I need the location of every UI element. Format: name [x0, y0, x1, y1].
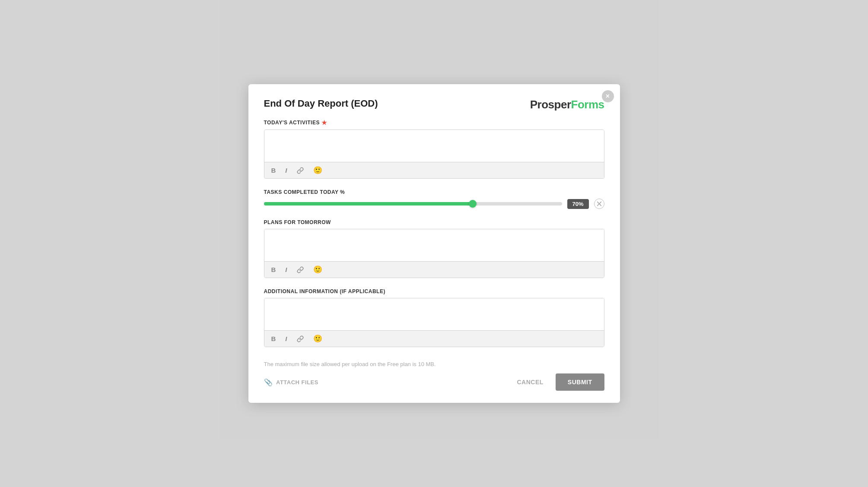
additional-emoji-button[interactable]: 🙂 — [312, 334, 324, 343]
plans-editor: B I 🙂 — [264, 229, 604, 278]
plans-toolbar: B I 🙂 — [264, 261, 604, 278]
plans-textarea[interactable] — [264, 229, 604, 259]
activities-section: TODAY'S ACTIVITIES ★ B I 🙂 — [264, 119, 604, 179]
brand-forms: Forms — [571, 98, 604, 111]
activities-toolbar: B I 🙂 — [264, 162, 604, 178]
additional-link-button[interactable] — [295, 335, 305, 343]
additional-textarea[interactable] — [264, 298, 604, 329]
paperclip-icon: 📎 — [264, 378, 273, 386]
footer-note: The maximum file size allowed per upload… — [264, 357, 604, 367]
attach-files-button[interactable]: 📎 ATTACH FILES — [264, 378, 318, 386]
tasks-label: TASKS COMPLETED TODAY % — [264, 189, 604, 195]
brand-logo: ProsperForms — [530, 98, 604, 111]
slider-row: 70% — [264, 199, 604, 209]
modal-title: End Of Day Report (EOD) — [264, 98, 378, 109]
modal-dialog: × End Of Day Report (EOD) ProsperForms T… — [248, 84, 620, 403]
additional-label: ADDITIONAL INFORMATION (IF APPLICABLE) — [264, 288, 604, 294]
plans-bold-button[interactable]: B — [270, 266, 278, 274]
slider-clear-button[interactable] — [594, 199, 604, 209]
activities-italic-button[interactable]: I — [283, 166, 289, 174]
slider-track — [264, 202, 562, 206]
activities-textarea[interactable] — [264, 130, 604, 160]
activities-emoji-button[interactable]: 🙂 — [312, 166, 324, 175]
plans-italic-button[interactable]: I — [283, 266, 289, 274]
footer-actions: 📎 ATTACH FILES CANCEL SUBMIT — [264, 373, 604, 391]
modal-overlay: × End Of Day Report (EOD) ProsperForms T… — [0, 0, 868, 487]
plans-emoji-button[interactable]: 🙂 — [312, 265, 324, 274]
required-star: ★ — [321, 119, 327, 126]
activities-editor: B I 🙂 — [264, 130, 604, 179]
plans-label: PLANS FOR TOMORROW — [264, 219, 604, 225]
activities-bold-button[interactable]: B — [270, 166, 278, 174]
plans-section: PLANS FOR TOMORROW B I 🙂 — [264, 219, 604, 278]
additional-section: ADDITIONAL INFORMATION (IF APPLICABLE) B… — [264, 288, 604, 347]
additional-italic-button[interactable]: I — [283, 335, 289, 343]
tasks-section: TASKS COMPLETED TODAY % 70% — [264, 189, 604, 209]
plans-link-button[interactable] — [295, 266, 305, 274]
cancel-button[interactable]: CANCEL — [510, 374, 550, 390]
brand-prosper: Prosper — [530, 98, 571, 111]
submit-button[interactable]: SUBMIT — [556, 373, 604, 391]
additional-editor: B I 🙂 — [264, 298, 604, 347]
activities-label: TODAY'S ACTIVITIES ★ — [264, 119, 604, 126]
action-buttons: CANCEL SUBMIT — [510, 373, 604, 391]
additional-bold-button[interactable]: B — [270, 335, 278, 343]
additional-toolbar: B I 🙂 — [264, 330, 604, 347]
close-button[interactable]: × — [602, 90, 614, 102]
modal-header: End Of Day Report (EOD) ProsperForms — [264, 98, 604, 111]
slider-value: 70% — [567, 199, 589, 209]
activities-link-button[interactable] — [295, 166, 305, 175]
